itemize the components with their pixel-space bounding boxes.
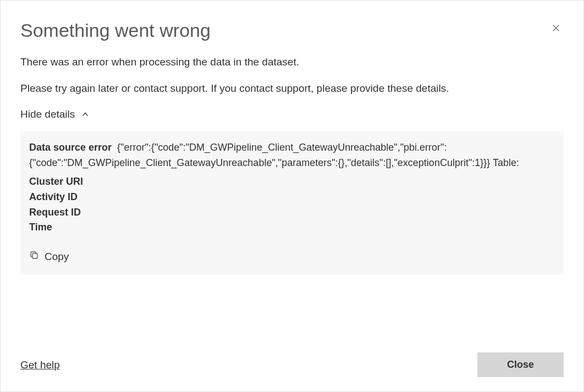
toggle-details-label: Hide details [20, 108, 75, 120]
svg-rect-2 [32, 253, 37, 258]
close-button[interactable]: Close [477, 352, 564, 377]
close-icon-button[interactable] [550, 24, 561, 35]
copy-button[interactable]: Copy [29, 249, 69, 264]
toggle-details-button[interactable]: Hide details [20, 108, 564, 120]
get-help-link[interactable]: Get help [20, 359, 60, 371]
time-label: Time [29, 222, 52, 233]
detail-request-id: Request ID [29, 205, 555, 220]
data-source-error-label: Data source error [29, 142, 112, 153]
detail-time: Time [29, 220, 555, 235]
details-panel: Data source error{"error":{"code":"DM_GW… [20, 131, 564, 275]
dialog-footer: Get help Close [20, 336, 564, 377]
error-dialog: Something went wrong There was an error … [0, 0, 584, 392]
dialog-title: Something went wrong [20, 19, 564, 42]
close-icon [552, 24, 560, 34]
request-id-label: Request ID [29, 207, 81, 218]
detail-activity-id: Activity ID [29, 190, 555, 205]
detail-cluster-uri: Cluster URI [29, 174, 555, 190]
copy-label: Copy [45, 249, 69, 264]
chevron-up-icon [81, 111, 89, 118]
cluster-uri-label: Cluster URI [29, 176, 83, 187]
activity-id-label: Activity ID [29, 191, 78, 202]
error-message-secondary: Please try again later or contact suppor… [20, 81, 564, 96]
error-message-primary: There was an error when processing the d… [20, 55, 564, 70]
detail-data-source-error: Data source error{"error":{"code":"DM_GW… [29, 140, 555, 171]
copy-icon [29, 249, 39, 264]
